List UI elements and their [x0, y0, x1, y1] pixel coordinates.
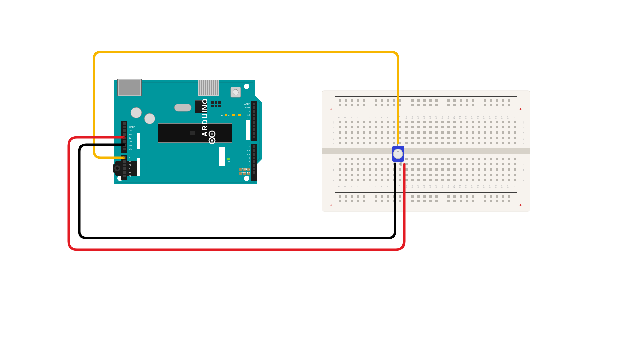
svg-rect-489 [460, 168, 462, 171]
svg-rect-177 [484, 99, 486, 102]
svg-rect-239 [339, 131, 341, 134]
svg-rect-301 [411, 142, 414, 144]
svg-rect-156 [399, 104, 401, 106]
brand-label: ARDUINO [201, 98, 209, 137]
svg-rect-161 [423, 99, 426, 102]
svg-text:7: 7 [374, 185, 377, 187]
svg-rect-191 [351, 195, 353, 198]
svg-rect-338 [460, 126, 462, 128]
svg-text:19: 19 [446, 185, 449, 188]
svg-rect-269 [375, 131, 377, 134]
svg-rect-61 [253, 103, 255, 105]
svg-rect-408 [363, 163, 365, 165]
svg-rect-391 [339, 179, 341, 181]
svg-rect-325 [441, 137, 444, 139]
svg-rect-376 [502, 142, 504, 144]
svg-rect-296 [405, 142, 408, 144]
svg-rect-524 [502, 168, 504, 171]
svg-rect-449 [411, 168, 414, 171]
svg-rect-171 [460, 99, 462, 102]
svg-rect-462 [429, 158, 432, 160]
svg-rect-162 [423, 104, 426, 106]
svg-rect-495 [466, 174, 468, 176]
svg-rect-506 [478, 179, 480, 181]
svg-rect-536 [514, 179, 516, 181]
svg-rect-202 [387, 200, 389, 202]
svg-rect-159 [417, 99, 420, 102]
svg-rect-249 [351, 131, 353, 134]
svg-rect-486 [453, 179, 456, 181]
svg-text:A4: A4 [129, 171, 131, 173]
svg-point-3 [244, 176, 249, 181]
svg-point-23 [131, 107, 142, 118]
svg-rect-254 [357, 131, 359, 134]
svg-rect-333 [453, 126, 456, 128]
svg-rect-525 [502, 174, 504, 176]
svg-text:4: 4 [356, 185, 359, 187]
svg-rect-477 [447, 158, 450, 160]
svg-rect-176 [472, 104, 474, 106]
svg-rect-311 [423, 142, 426, 144]
svg-rect-314 [429, 131, 432, 134]
svg-rect-399 [351, 168, 353, 171]
svg-text:18: 18 [440, 185, 443, 188]
svg-rect-297 [411, 121, 414, 123]
svg-rect-479 [447, 168, 450, 171]
svg-rect-327 [447, 121, 450, 123]
svg-rect-443 [405, 163, 408, 165]
svg-point-24 [144, 113, 155, 124]
svg-rect-226 [472, 200, 474, 202]
svg-rect-431 [387, 179, 389, 181]
svg-text:A5: A5 [129, 175, 131, 177]
svg-rect-319 [435, 131, 438, 134]
svg-rect-245 [345, 137, 347, 139]
svg-rect-523 [502, 163, 504, 165]
svg-rect-417 [375, 158, 377, 160]
svg-rect-516 [490, 179, 492, 181]
heatsink [198, 80, 219, 96]
svg-rect-501 [472, 179, 474, 181]
svg-rect-520 [496, 174, 498, 176]
svg-text:5V: 5V [129, 137, 131, 139]
svg-rect-190 [345, 200, 347, 202]
svg-rect-403 [357, 163, 359, 165]
svg-text:26: 26 [489, 185, 492, 188]
svg-rect-200 [381, 200, 383, 202]
svg-rect-99 [123, 129, 126, 132]
svg-rect-500 [472, 174, 474, 176]
svg-rect-429 [387, 168, 389, 171]
svg-text:d: d [333, 163, 334, 166]
svg-rect-519 [496, 168, 498, 171]
svg-point-22 [233, 89, 238, 95]
svg-rect-394 [345, 168, 347, 171]
svg-rect-440 [399, 174, 401, 176]
svg-rect-460 [423, 174, 426, 176]
svg-rect-457 [423, 158, 426, 160]
svg-rect-213 [429, 195, 432, 198]
svg-text:+: + [519, 203, 522, 208]
svg-rect-331 [447, 142, 450, 144]
svg-rect-534 [514, 168, 516, 171]
svg-rect-352 [478, 121, 480, 123]
svg-text:~ 6: ~ 6 [247, 149, 250, 152]
svg-text:~ 10: ~ 10 [246, 121, 250, 123]
svg-rect-243 [345, 126, 347, 128]
svg-rect-355 [478, 137, 480, 139]
svg-rect-504 [478, 168, 480, 171]
svg-rect-447 [411, 158, 414, 160]
svg-rect-274 [381, 131, 383, 134]
svg-rect-390 [339, 174, 341, 176]
svg-rect-478 [447, 163, 450, 165]
svg-text:11: 11 [398, 185, 401, 188]
svg-rect-354 [478, 131, 480, 134]
svg-rect-197 [375, 195, 377, 198]
svg-rect-290 [399, 137, 401, 139]
svg-rect-341 [460, 142, 462, 144]
svg-rect-241 [339, 142, 341, 144]
svg-rect-260 [363, 137, 365, 139]
svg-rect-270 [375, 137, 377, 139]
svg-rect-366 [490, 142, 492, 144]
svg-rect-470 [435, 174, 438, 176]
svg-text:5: 5 [362, 185, 365, 187]
svg-text:TXO ▶ 1: TXO ▶ 1 [241, 168, 250, 170]
